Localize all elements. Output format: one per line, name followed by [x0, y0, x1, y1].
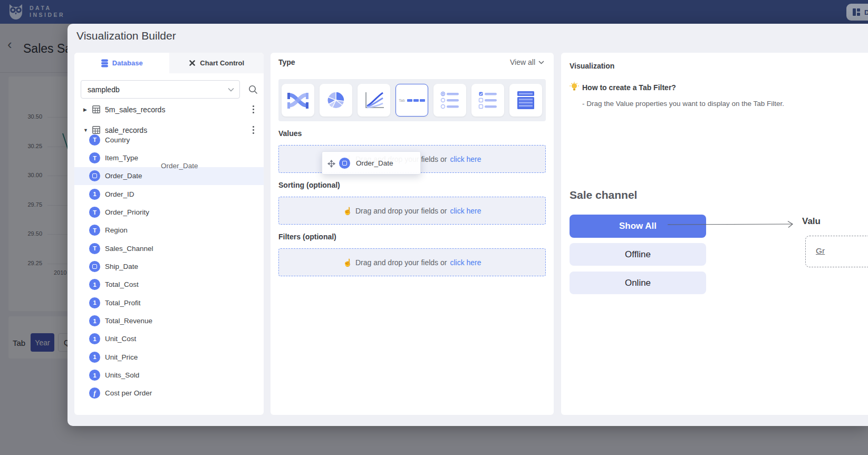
panel-tabs: Database Chart Control [74, 53, 264, 73]
field-row-order-id[interactable]: 1Order_ID [74, 185, 264, 203]
field-list: TCountry TItem_Type Order_Date 1Order_ID… [74, 131, 264, 402]
number-field-icon: 1 [89, 333, 100, 344]
tab-value-offline[interactable]: Offline [570, 243, 706, 266]
screen: ‹ Sales Sa 30.50 30.25 30.00 29.75 29.50… [0, 0, 868, 455]
tab-chart-control-label: Chart Control [200, 59, 244, 67]
caret-right-icon[interactable]: ▶ [83, 107, 87, 112]
dropzone-text: Drag and drop your fields or [355, 258, 447, 267]
tab-value-online[interactable]: Online [570, 272, 706, 294]
owl-logo-icon [6, 2, 25, 21]
table-name: 5m_sales_records [105, 105, 165, 114]
chart-type-tab-filter-tile[interactable]: Tab [396, 84, 428, 117]
filters-section-label: Filters(optional) [278, 233, 336, 241]
field-name: Order_Priority [105, 208, 149, 216]
annotation-arrow [668, 220, 796, 229]
annotation-box-label[interactable]: Gr [816, 246, 825, 256]
sorting-dropzone[interactable]: ☝ Drag and drop your fields or click her… [278, 197, 546, 225]
tab-database-label: Database [112, 59, 143, 67]
field-name: Unit_Price [105, 353, 138, 361]
field-name: Order_ID [105, 190, 134, 198]
field-row-unit-price[interactable]: 1Unit_Price [74, 348, 264, 366]
annotation-label: Valu [802, 216, 821, 227]
database-select[interactable]: sampledb [81, 80, 240, 99]
annotation-dashed-box: Gr [805, 236, 868, 267]
field-row-ship-date[interactable]: Ship_Date [74, 257, 264, 275]
filters-dropzone[interactable]: ☝ Drag and drop your fields or click her… [278, 248, 546, 276]
table-row-5m-sales-records[interactable]: ▶ 5m_sales_records [74, 101, 264, 119]
field-name: Unit_Cost [105, 335, 136, 343]
field-name: Order_Date [105, 172, 142, 180]
field-row-sales-channel[interactable]: TSales_Channel [74, 239, 264, 257]
function-field-icon: f [89, 388, 100, 399]
sankey-chart-icon [286, 90, 310, 110]
drag-hand-icon: ☝ [343, 207, 352, 215]
field-row-total-cost[interactable]: 1Total_Cost [74, 276, 264, 294]
search-icon[interactable] [248, 85, 258, 94]
table-chart-icon [515, 90, 536, 111]
field-name: Units_Sold [105, 371, 139, 379]
view-all-label: View all [510, 58, 535, 66]
field-row-order-priority[interactable]: TOrder_Priority [74, 203, 264, 221]
text-field-icon: T [89, 207, 100, 218]
field-row-total-revenue[interactable]: 1Total_Revenue [74, 312, 264, 330]
tab-database[interactable]: Database [74, 53, 169, 73]
brand-text: DATA INSIDER [30, 5, 65, 18]
field-row-country[interactable]: TCountry [74, 131, 264, 149]
click-here-link[interactable]: click here [450, 155, 481, 163]
kebab-menu-icon[interactable] [253, 105, 254, 113]
field-name: Total_Profit [105, 299, 141, 307]
chevron-down-icon [538, 61, 544, 64]
nav-button-label: D [864, 8, 868, 16]
field-row-units-sold[interactable]: 1Units_Sold [74, 366, 264, 384]
field-row-cost-per-order[interactable]: fCost per Order [74, 384, 264, 402]
visualization-builder-modal: Visualization Builder Database [67, 24, 868, 426]
text-field-icon: T [89, 134, 100, 146]
chart-type-sankey-tile[interactable] [282, 84, 314, 117]
field-name: Total_Revenue [105, 317, 152, 325]
modal-title: Visualization Builder [76, 30, 176, 42]
database-panel: Database Chart Control sampledb [74, 53, 264, 415]
view-all-dropdown[interactable]: View all [510, 58, 544, 66]
field-name: Country [105, 136, 130, 144]
tab-filter-icon: Tab [399, 99, 404, 102]
drag-hand-icon: ☝ [343, 258, 352, 267]
chart-type-line-tile[interactable] [358, 84, 390, 117]
builder-panel: Type View all [271, 53, 554, 415]
chart-type-list: Tab [278, 79, 546, 121]
line-chart-icon [363, 90, 385, 110]
chart-type-pie-tile[interactable] [320, 84, 352, 117]
field-row-unit-cost[interactable]: 1Unit_Cost [74, 330, 264, 348]
text-field-icon: T [89, 225, 100, 236]
field-name: Region [105, 226, 128, 234]
drag-ghost-order-date[interactable]: Order_Date [322, 151, 421, 175]
database-select-value: sampledb [88, 85, 120, 94]
move-icon [327, 159, 336, 168]
number-field-icon: 1 [89, 189, 100, 200]
field-row-total-profit[interactable]: 1Total_Profit [74, 294, 264, 312]
database-icon [101, 59, 109, 67]
table-icon [92, 105, 100, 113]
field-name: Sales_Channel [105, 245, 153, 253]
drag-source-label: Order_Date [161, 162, 198, 170]
tip-title: How to create a Tab Filter? [582, 83, 676, 92]
chart-type-radio-list-tile[interactable] [433, 84, 466, 117]
chart-type-table-tile[interactable] [509, 84, 542, 117]
date-field-icon [89, 261, 100, 272]
text-field-icon: T [89, 152, 100, 163]
dashboards-nav-button[interactable]: D [846, 4, 868, 21]
dropzone-text: Drag and drop your fields or [355, 207, 447, 215]
tools-icon [188, 59, 196, 67]
top-bar: DATA INSIDER D [0, 0, 868, 24]
sorting-section-label: Sorting(optional) [278, 181, 340, 189]
tab-chart-control[interactable]: Chart Control [169, 53, 264, 73]
radio-list-icon [439, 90, 461, 110]
tab-filter-title: Sale channel [570, 189, 637, 201]
tip-body: - Drag the Value properties you want to … [582, 100, 784, 108]
field-name: Ship_Date [105, 263, 138, 270]
dashboard-icon [852, 8, 861, 16]
field-row-region[interactable]: TRegion [74, 221, 264, 239]
chart-type-checkbox-list-tile[interactable] [471, 84, 504, 117]
number-field-icon: 1 [89, 297, 100, 308]
click-here-link[interactable]: click here [450, 207, 481, 215]
click-here-link[interactable]: click here [450, 258, 481, 267]
